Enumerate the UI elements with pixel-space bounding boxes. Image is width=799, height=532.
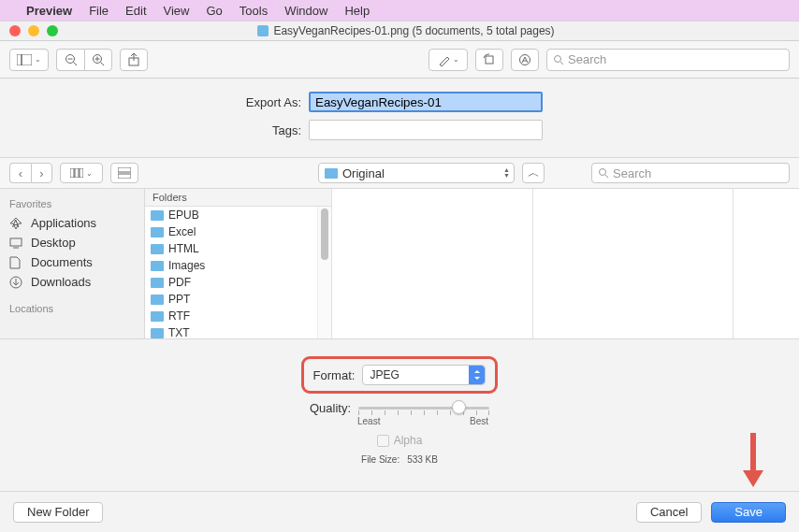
browser-search[interactable]: Search xyxy=(591,163,790,183)
folder-item[interactable]: Images▸ xyxy=(145,257,331,274)
svg-rect-19 xyxy=(118,174,131,179)
menu-go[interactable]: Go xyxy=(206,4,222,18)
location-name: Original xyxy=(342,166,385,180)
annotate-button[interactable] xyxy=(511,49,539,71)
sidebar-item-applications[interactable]: AApplications xyxy=(0,213,144,233)
documents-icon xyxy=(9,256,24,269)
annotation-arrow xyxy=(743,433,765,489)
column-4[interactable] xyxy=(734,189,799,338)
location-popup[interactable]: Original ▲▼ xyxy=(318,163,515,183)
preview-search[interactable]: Search xyxy=(546,49,790,71)
folder-item[interactable]: TXT▸ xyxy=(145,324,331,341)
menu-view[interactable]: View xyxy=(164,4,190,18)
filename-input[interactable] xyxy=(309,92,543,112)
window-title: EasyVeganRecipes-01.png (5 documents, 5 … xyxy=(273,24,554,37)
cancel-button[interactable]: Cancel xyxy=(636,502,702,523)
filesize-label: File Size: xyxy=(361,454,400,465)
column-header: Folders xyxy=(145,189,331,207)
folder-icon xyxy=(151,244,164,254)
folder-icon xyxy=(151,295,164,305)
svg-line-14 xyxy=(560,62,563,65)
sidebar-item-desktop[interactable]: Desktop xyxy=(0,233,144,252)
folder-item[interactable]: PPT▸ xyxy=(145,291,331,308)
search-placeholder: Search xyxy=(568,52,606,66)
folder-icon xyxy=(151,261,164,271)
menu-edit[interactable]: Edit xyxy=(125,4,146,18)
downloads-icon xyxy=(9,276,24,289)
close-window-button[interactable] xyxy=(9,25,21,36)
svg-rect-15 xyxy=(70,168,74,178)
app-menu[interactable]: Preview xyxy=(26,4,72,18)
svg-line-3 xyxy=(73,62,77,65)
minimize-window-button[interactable] xyxy=(28,25,39,36)
quality-slider[interactable] xyxy=(358,399,489,416)
forward-button[interactable]: › xyxy=(31,163,52,183)
folder-icon xyxy=(151,227,164,237)
svg-text:A: A xyxy=(12,218,20,229)
folder-icon xyxy=(151,311,164,322)
filesize-value: 533 KB xyxy=(407,454,438,465)
sidebar-item-downloads[interactable]: Downloads xyxy=(0,272,144,292)
sidebar-item-documents[interactable]: Documents xyxy=(0,252,144,272)
group-button[interactable] xyxy=(110,163,138,183)
svg-line-6 xyxy=(101,62,105,65)
format-value: JPEG xyxy=(370,368,399,381)
annotation-highlight: Format: JPEG xyxy=(301,356,499,394)
folder-item[interactable]: HTML▸ xyxy=(145,240,331,257)
svg-rect-1 xyxy=(22,54,32,65)
dialog-buttons: New Folder Cancel Save xyxy=(0,491,799,532)
folder-item[interactable]: RTF▸ xyxy=(145,308,331,324)
applications-icon: A xyxy=(9,217,24,230)
svg-point-13 xyxy=(555,55,561,62)
format-panel: Format: JPEG Quality: LeastBest Alpha Fi… xyxy=(0,338,799,476)
folder-item[interactable]: EPUB▸ xyxy=(145,207,331,223)
zoom-in-button[interactable] xyxy=(84,49,112,71)
save-button[interactable]: Save xyxy=(711,502,786,523)
locations-header: Locations xyxy=(0,301,144,318)
quality-best: Best xyxy=(470,416,488,426)
folder-icon xyxy=(151,328,164,338)
zoom-group xyxy=(56,49,112,71)
collapse-button[interactable]: ︿ xyxy=(522,163,545,183)
zoom-window-button[interactable] xyxy=(47,25,58,36)
new-folder-button[interactable]: New Folder xyxy=(13,502,103,523)
share-button[interactable] xyxy=(120,49,148,71)
column-3[interactable] xyxy=(533,189,734,338)
svg-rect-0 xyxy=(17,54,22,65)
preview-toolbar: ⌄ ⌄ Search xyxy=(0,41,799,79)
browser-search-placeholder: Search xyxy=(613,166,651,180)
file-browser-toolbar: ‹ › ⌄ Original ▲▼ ︿ Search xyxy=(0,157,799,189)
tags-label: Tags: xyxy=(0,123,309,137)
format-label: Format: xyxy=(313,368,356,382)
folder-icon xyxy=(325,168,338,179)
folder-item[interactable]: PDF▸ xyxy=(145,274,331,291)
menu-file[interactable]: File xyxy=(89,4,109,18)
alpha-checkbox xyxy=(377,435,389,447)
column-2[interactable] xyxy=(332,189,533,338)
menu-window[interactable]: Window xyxy=(284,4,327,18)
folder-icon xyxy=(151,278,164,288)
svg-rect-16 xyxy=(75,168,79,178)
menubar: Preview File Edit View Go Tools Window H… xyxy=(0,0,799,21)
zoom-out-button[interactable] xyxy=(56,49,84,71)
favorites-header: Favorites xyxy=(0,196,144,213)
svg-rect-17 xyxy=(80,168,83,178)
quality-label: Quality: xyxy=(310,401,351,415)
scrollbar[interactable] xyxy=(317,207,331,338)
folder-icon xyxy=(151,210,164,221)
format-popup[interactable]: JPEG xyxy=(362,365,486,385)
export-sheet: Export As: Tags: ‹ › ⌄ Original ▲▼ ︿ Sea… xyxy=(0,79,799,532)
view-mode-button[interactable]: ⌄ xyxy=(60,163,103,183)
svg-rect-23 xyxy=(10,238,22,246)
svg-rect-18 xyxy=(118,167,131,172)
markup-button[interactable]: ⌄ xyxy=(429,49,468,71)
rotate-button[interactable] xyxy=(475,49,503,71)
quality-least: Least xyxy=(357,416,380,426)
menu-tools[interactable]: Tools xyxy=(240,4,268,18)
menu-help[interactable]: Help xyxy=(344,4,370,18)
back-button[interactable]: ‹ xyxy=(9,163,31,183)
sidebar-view-button[interactable]: ⌄ xyxy=(9,49,49,71)
desktop-icon xyxy=(9,237,24,249)
folder-item[interactable]: Excel▸ xyxy=(145,223,331,240)
tags-input[interactable] xyxy=(309,120,543,140)
